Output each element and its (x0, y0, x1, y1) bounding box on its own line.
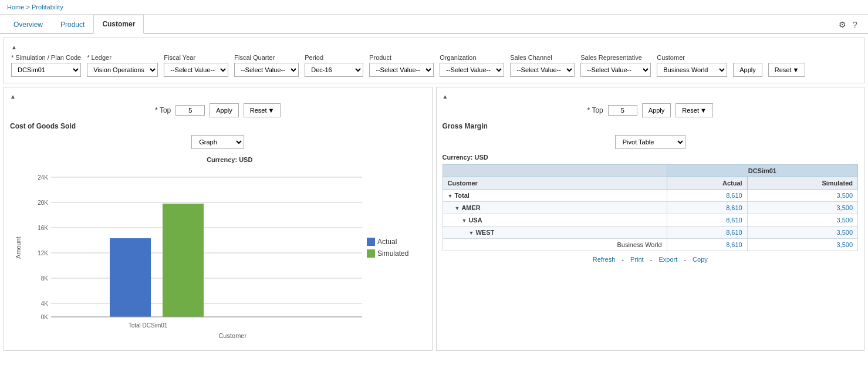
footer-refresh[interactable]: Refresh (593, 256, 616, 263)
filter-period-select[interactable]: Dec-16 (305, 63, 363, 77)
pivot-cell-simulated: 3,500 (747, 202, 857, 214)
right-top-input[interactable] (608, 105, 637, 116)
filter-customer-label: Customer (657, 54, 727, 61)
filter-ledger-select[interactable]: Vision Operations (87, 63, 158, 77)
filter-row: * Simulation / Plan Code DCSim01 * Ledge… (11, 54, 857, 77)
svg-text:20K: 20K (38, 200, 48, 206)
footer-copy[interactable]: Copy (693, 256, 708, 263)
legend-actual-label: Actual (377, 238, 397, 246)
right-panel: ▲ * Top Apply Reset▼ Gross Margin Pivot … (436, 87, 865, 351)
chart-area: Currency: USD Amount (10, 154, 426, 342)
right-top-label: * Top (587, 106, 603, 114)
left-apply-button[interactable]: Apply (210, 103, 239, 117)
left-reset-button[interactable]: Reset▼ (244, 103, 281, 117)
pivot-header-empty (443, 165, 667, 177)
right-panel-controls: * Top Apply Reset▼ (443, 103, 859, 117)
filter-sales-channel-label: Sales Channel (510, 54, 575, 61)
filter-fiscal-quarter: Fiscal Quarter --Select Value-- (234, 54, 299, 77)
svg-text:24K: 24K (38, 174, 48, 181)
filter-reset-button[interactable]: Reset▼ (768, 63, 806, 77)
filter-product: Product --Select Value-- (369, 54, 434, 77)
filter-period: Period Dec-16 (305, 54, 363, 77)
legend-simulated-label: Simulated (377, 249, 408, 258)
x-axis-label: Customer (42, 332, 424, 339)
footer-sep3: - (684, 256, 686, 263)
tab-product[interactable]: Product (52, 15, 93, 34)
tab-customer[interactable]: Customer (93, 15, 144, 34)
chart-legend: Actual Simulated (367, 165, 408, 330)
pivot-cell-simulated: 3,500 (747, 239, 857, 251)
right-currency-label: Currency: USD (443, 154, 859, 161)
filter-simulation-select[interactable]: DCSim01 (11, 63, 81, 77)
left-panel-controls: * Top Apply Reset▼ (10, 103, 426, 117)
right-apply-button[interactable]: Apply (642, 103, 671, 117)
bar-chart-svg: 24K 20K 16K 12K 8K 4K 0K (22, 165, 362, 330)
right-panel-collapse[interactable]: ▲ (443, 93, 859, 100)
filter-sales-rep-select[interactable]: --Select Value-- (580, 63, 651, 77)
filter-fiscal-quarter-select[interactable]: --Select Value-- (234, 63, 299, 77)
chart-type-select[interactable]: Graph (191, 135, 244, 149)
filter-apply-button[interactable]: Apply (733, 63, 762, 77)
svg-text:0K: 0K (41, 314, 49, 320)
pivot-col-actual: Actual (667, 177, 747, 190)
filter-fiscal-quarter-label: Fiscal Quarter (234, 54, 299, 61)
main-content: ▲ * Top Apply Reset▼ Cost of Goods Sold … (4, 87, 864, 351)
filter-fiscal-year-label: Fiscal Year (164, 54, 228, 61)
filter-sales-rep: Sales Representative --Select Value-- (580, 54, 651, 77)
filter-organization-label: Organization (440, 54, 504, 61)
legend-simulated: Simulated (367, 249, 408, 258)
filter-product-select[interactable]: --Select Value-- (369, 63, 434, 77)
filter-sales-channel-select[interactable]: --Select Value-- (510, 63, 575, 77)
pivot-cell-simulated: 3,500 (747, 214, 857, 227)
footer-export[interactable]: Export (658, 256, 677, 263)
filter-simulation-label: * Simulation / Plan Code (11, 54, 81, 61)
legend-simulated-color (367, 249, 375, 258)
right-panel-title: Gross Margin (443, 122, 859, 130)
pivot-col-customer: Customer (443, 177, 667, 190)
filter-customer: Customer Business World (657, 54, 727, 77)
pivot-cell-actual: 8,610 (667, 227, 747, 239)
filter-organization-select[interactable]: --Select Value-- (440, 63, 504, 77)
left-top-label: * Top (155, 106, 171, 114)
tab-overview[interactable]: Overview (5, 15, 52, 34)
settings-icon[interactable]: ⚙ (839, 20, 849, 31)
footer-sep1: - (622, 256, 624, 263)
pivot-cell-label: ▼USA (443, 214, 667, 227)
filter-product-label: Product (369, 54, 434, 61)
filter-fiscal-year-select[interactable]: --Select Value-- (164, 63, 228, 77)
pivot-cell-actual: 8,610 (667, 190, 747, 202)
left-top-input[interactable] (175, 105, 205, 116)
pivot-footer: Refresh - Print - Export - Copy (443, 256, 859, 263)
tabs-bar: Overview Product Customer ⚙ ? (0, 15, 868, 34)
svg-text:Total DCSim01: Total DCSim01 (129, 322, 168, 329)
pivot-cell-actual: 8,610 (667, 239, 747, 251)
actual-bar (110, 238, 151, 317)
left-panel-collapse[interactable]: ▲ (10, 93, 426, 100)
y-axis-title: Amount (12, 165, 22, 330)
pivot-cell-simulated: 3,500 (747, 227, 857, 239)
legend-actual: Actual (367, 238, 408, 246)
help-icon[interactable]: ? (853, 20, 863, 31)
right-reset-button[interactable]: Reset▼ (676, 103, 713, 117)
pivot-cell-label: ▼Total (443, 190, 667, 202)
filter-simulation: * Simulation / Plan Code DCSim01 (11, 54, 81, 77)
pivot-table: DCSim01 Customer Actual Simulated ▼Total… (443, 164, 859, 251)
filter-sales-rep-label: Sales Representative (580, 54, 651, 61)
svg-text:16K: 16K (38, 225, 48, 231)
filter-ledger-label: * Ledger (87, 54, 158, 61)
footer-print[interactable]: Print (630, 256, 644, 263)
left-panel: ▲ * Top Apply Reset▼ Cost of Goods Sold … (4, 87, 433, 351)
pivot-cell-actual: 8,610 (667, 202, 747, 214)
filter-organization: Organization --Select Value-- (440, 54, 504, 77)
svg-text:8K: 8K (41, 275, 49, 282)
pivot-cell-label: ▼AMER (443, 202, 667, 214)
filter-ledger: * Ledger Vision Operations (87, 54, 158, 77)
filter-customer-select[interactable]: Business World (657, 63, 727, 77)
pivot-cell-actual: 8,610 (667, 214, 747, 227)
pivot-type-select[interactable]: Pivot Table (615, 135, 685, 149)
svg-text:12K: 12K (38, 250, 48, 256)
filter-fiscal-year: Fiscal Year --Select Value-- (164, 54, 228, 77)
filter-sales-channel: Sales Channel --Select Value-- (510, 54, 575, 77)
filter-period-label: Period (305, 54, 363, 61)
filter-collapse-icon[interactable]: ▲ (11, 44, 857, 50)
